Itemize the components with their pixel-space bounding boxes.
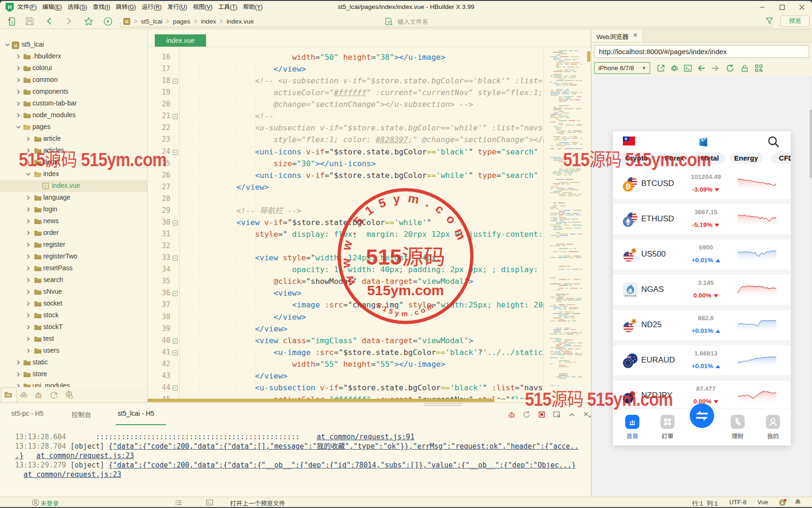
new-file-icon[interactable] bbox=[6, 15, 18, 27]
search-tab-icon[interactable] bbox=[20, 391, 28, 399]
tree-item-custom-tab-bar[interactable]: custom-tab-bar bbox=[0, 98, 147, 110]
tree-chevron-icon[interactable] bbox=[15, 89, 22, 95]
tree-item-resetPass[interactable]: resetPass bbox=[0, 263, 147, 274]
tree-chevron-icon[interactable] bbox=[15, 124, 22, 130]
browser-scrollbar[interactable] bbox=[809, 76, 812, 497]
restart-icon[interactable] bbox=[523, 411, 531, 419]
preview-button[interactable]: 预览 bbox=[780, 16, 810, 27]
tree-chevron-icon[interactable] bbox=[25, 230, 32, 236]
editor-tab-indexvue[interactable]: index.vue bbox=[155, 34, 206, 47]
tree-item-stock[interactable]: stock bbox=[0, 310, 147, 322]
tree-chevron-icon[interactable] bbox=[25, 171, 32, 177]
terminal-icon[interactable] bbox=[206, 499, 213, 506]
editor-vscrollbar-thumb[interactable] bbox=[587, 51, 590, 62]
browser-tab[interactable]: Web浏览器 ✕ bbox=[591, 29, 643, 42]
tree-chevron-icon[interactable] bbox=[15, 359, 22, 366]
open-external-icon[interactable] bbox=[657, 64, 665, 73]
tree-chevron-icon[interactable] bbox=[25, 312, 32, 319]
tree-chevron-icon[interactable] bbox=[15, 112, 22, 119]
tree-item-uni_modules[interactable]: uni_modules bbox=[0, 380, 147, 387]
tree-item-article[interactable]: article bbox=[0, 133, 147, 145]
tree-chevron-icon[interactable] bbox=[25, 218, 32, 225]
tree-item-register[interactable]: register bbox=[0, 239, 147, 251]
tree-item-socket[interactable]: socket bbox=[0, 298, 147, 310]
login-status[interactable]: 未登录 bbox=[40, 499, 59, 507]
breadcrumb-item[interactable]: pages bbox=[173, 18, 191, 25]
cursor-row[interactable]: 行:1 bbox=[692, 499, 703, 507]
tree-item-pages[interactable]: pages bbox=[0, 121, 147, 133]
breadcrumb-item[interactable]: index bbox=[201, 18, 216, 25]
nav-forward-icon[interactable] bbox=[711, 64, 719, 73]
instrument-row-ND25[interactable]: ND25882.6+0.01% bbox=[613, 310, 791, 340]
tree-item-static[interactable]: static bbox=[0, 357, 147, 369]
editor-hscrollbar-thumb[interactable] bbox=[148, 399, 494, 402]
minimize-button[interactable] bbox=[754, 1, 770, 13]
tree-item-news[interactable]: news bbox=[0, 216, 147, 227]
tree-chevron-icon[interactable] bbox=[25, 265, 32, 272]
apptab-finance[interactable]: 理財 bbox=[724, 409, 752, 445]
clear-log-icon[interactable] bbox=[583, 411, 591, 419]
market-tab-CFD[interactable]: CFD bbox=[771, 153, 791, 164]
tree-item-stockT[interactable]: stockT bbox=[0, 322, 147, 333]
apptab-home[interactable]: 首頁 bbox=[618, 409, 646, 445]
apptab-mine[interactable]: 我的 bbox=[759, 409, 787, 445]
collapse-panel-icon[interactable] bbox=[568, 411, 576, 419]
panel-resize-grip[interactable] bbox=[424, 403, 462, 408]
sync-tab-icon[interactable] bbox=[50, 391, 58, 399]
update-icon[interactable] bbox=[779, 499, 787, 507]
taiwan-flag-icon[interactable] bbox=[623, 137, 635, 145]
tree-item-registerTwo[interactable]: registerTwo bbox=[0, 251, 147, 263]
tree-chevron-icon[interactable] bbox=[25, 277, 32, 283]
notification-bell-icon[interactable] bbox=[794, 499, 802, 506]
files-tab-icon[interactable] bbox=[4, 391, 12, 399]
instrument-row-NGAS[interactable]: NATGASNGAS3.1450.00% bbox=[613, 275, 791, 305]
tree-chevron-icon[interactable] bbox=[25, 336, 32, 342]
maximize-button[interactable] bbox=[774, 1, 790, 13]
filter-icon[interactable] bbox=[766, 17, 773, 26]
tree-item-.hbuilderx[interactable]: .hbuilderx bbox=[0, 51, 147, 63]
tree-item-components[interactable]: components bbox=[0, 86, 147, 98]
tree-chevron-icon[interactable] bbox=[15, 65, 22, 72]
tree-item-search[interactable]: search bbox=[0, 274, 147, 286]
console-terminal-icon[interactable] bbox=[684, 64, 692, 73]
tree-item-colorui[interactable]: colorui bbox=[0, 63, 147, 74]
refresh-icon[interactable] bbox=[726, 64, 734, 73]
tree-chevron-icon[interactable] bbox=[15, 77, 22, 83]
tree-chevron-icon[interactable] bbox=[25, 253, 32, 260]
console-tab-2[interactable]: st5_lcai - H5 bbox=[118, 410, 154, 417]
tree-chevron-icon[interactable] bbox=[4, 41, 11, 48]
forward-icon[interactable] bbox=[63, 15, 75, 27]
tree-item-sNvue[interactable]: sNvue bbox=[0, 286, 147, 298]
tree-chevron-icon[interactable] bbox=[15, 371, 22, 378]
bookmark-star-icon[interactable] bbox=[82, 15, 95, 27]
breadcrumb-item[interactable]: index.vue bbox=[227, 18, 254, 25]
console-tab-0[interactable]: st5-pc - H5 bbox=[11, 410, 43, 417]
tree-item-common[interactable]: common bbox=[0, 74, 147, 86]
tree-item-store[interactable]: store bbox=[0, 369, 147, 380]
tree-chevron-icon[interactable] bbox=[25, 289, 32, 295]
file-language[interactable]: Vue bbox=[757, 499, 768, 506]
nav-back-icon[interactable] bbox=[697, 64, 706, 73]
tree-item-users[interactable]: users bbox=[0, 345, 147, 357]
tree-chevron-icon[interactable] bbox=[15, 53, 22, 60]
tree-item-login[interactable]: login bbox=[0, 204, 147, 216]
apptab-orders[interactable]: 訂單 bbox=[653, 409, 682, 445]
debug-tab-icon[interactable] bbox=[34, 391, 42, 399]
tree-chevron-icon[interactable] bbox=[25, 206, 32, 213]
encoding[interactable]: UTF-8 bbox=[729, 499, 747, 506]
settings-gear-icon[interactable] bbox=[670, 64, 678, 73]
instrument-row-ETHUSD[interactable]: ETHUSD3667.15-5.19% bbox=[613, 204, 791, 234]
instrument-row-BTCUSD[interactable]: ₿BTCUSD101204.49-3.09% bbox=[613, 169, 791, 199]
tree-item-st5_lcai[interactable]: ust5_lcai bbox=[0, 39, 147, 51]
breadcrumb-item[interactable]: st5_lcai bbox=[141, 18, 162, 25]
tree-item-index[interactable]: index bbox=[0, 169, 147, 180]
debug-bug-icon[interactable] bbox=[508, 411, 516, 419]
console-tab-1[interactable]: 控制台 bbox=[72, 410, 91, 419]
remote-tab-icon[interactable] bbox=[65, 391, 73, 399]
tree-chevron-icon[interactable] bbox=[25, 242, 32, 248]
tree-chevron-icon[interactable] bbox=[25, 194, 32, 201]
instrument-row-US500[interactable]: US5005900+0.01% bbox=[613, 240, 791, 269]
open-last-preview[interactable]: 打开上一个预览文件 bbox=[230, 499, 285, 507]
tree-item-language[interactable]: language bbox=[0, 192, 147, 204]
run-icon[interactable] bbox=[102, 15, 114, 27]
